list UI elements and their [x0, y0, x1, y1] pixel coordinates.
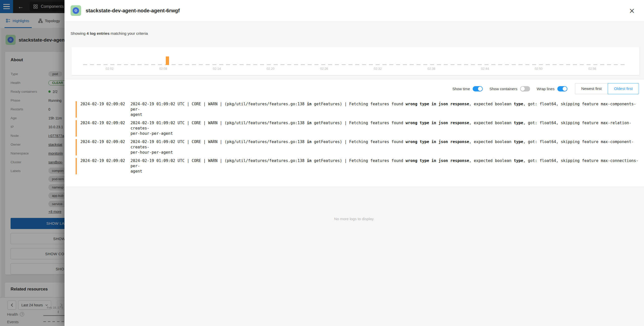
timeline-tick-label: 02:02 [106, 67, 113, 71]
timeline-baseline [83, 64, 627, 65]
timeline-tick-label: 02:20 [267, 67, 274, 71]
toggle-switch[interactable] [520, 86, 530, 91]
toggle-label: Show containers [489, 87, 517, 91]
log-count-summary: Showing 4 log entries matching your crit… [71, 21, 148, 46]
modal-title: stackstate-dev-agent-node-agent-6rwgf [86, 0, 180, 21]
timeline-tick-label: 02:44 [481, 67, 489, 71]
timeline-tick-label: 02:38 [427, 67, 435, 71]
close-icon[interactable]: × [627, 6, 637, 16]
toggle-label: Wrap lines [537, 87, 555, 91]
log-line: 2024-02-19 01:09:02 UTC | CORE | WARN | … [131, 139, 639, 150]
toggle-show-containers[interactable]: Show containers [489, 86, 530, 91]
logs-panel: Show timeShow containersWrap lines Newes… [65, 80, 644, 186]
screen: ← Components Highlights Topology [0, 0, 644, 326]
summary-suffix: matching your criteria [111, 31, 148, 36]
timeline-tick-label: 02:56 [588, 67, 596, 71]
pod-icon [71, 5, 81, 16]
modal-header: stackstate-dev-agent-node-agent-6rwgf × [65, 0, 644, 21]
toggle-label: Show time [452, 87, 470, 91]
log-message: 2024-02-19 01:09:02 UTC | CORE | WARN | … [131, 120, 639, 136]
log-display-controls: Show timeShow containersWrap lines Newes… [452, 83, 639, 94]
log-entries-list: 2024-02-19 02:09:022024-02-19 01:09:02 U… [76, 101, 639, 177]
timeline-tick-label: 02:14 [213, 67, 221, 71]
toggle-knob [478, 87, 482, 91]
log-entry: 2024-02-19 02:09:022024-02-19 01:09:02 U… [76, 139, 639, 155]
timeline-tick-label: 02:32 [374, 67, 382, 71]
log-line-wrapped: per-hour-per-agent [131, 131, 639, 136]
timeline-tick-label: 02:50 [535, 67, 542, 71]
log-message: 2024-02-19 01:09:02 UTC | CORE | WARN | … [131, 139, 639, 155]
sort-order-buttons: Newest first Oldest first [575, 83, 639, 94]
summary-count: 4 log entries [86, 31, 109, 36]
log-timestamp: 2024-02-19 02:09:02 [80, 139, 125, 155]
log-viewer-modal: stackstate-dev-agent-node-agent-6rwgf × … [65, 0, 644, 326]
toggle-switch[interactable] [557, 86, 567, 91]
log-entry: 2024-02-19 02:09:022024-02-19 01:09:02 U… [76, 101, 639, 118]
log-line: 2024-02-19 01:09:02 UTC | CORE | WARN | … [131, 120, 639, 131]
toggle-wrap-lines[interactable]: Wrap lines [537, 86, 567, 91]
log-line-wrapped: agent [131, 112, 639, 117]
timeline-tick-label: 02:08 [159, 67, 167, 71]
log-entry: 2024-02-19 02:09:022024-02-19 01:09:02 U… [76, 158, 639, 174]
controls-band: Showing 4 log entries matching your crit… [65, 21, 644, 46]
summary-prefix: Showing [71, 31, 85, 36]
timeline-tick-label: 02:26 [320, 67, 328, 71]
log-line: 2024-02-19 01:09:02 UTC | CORE | WARN | … [131, 158, 639, 169]
log-timestamp: 2024-02-19 02:09:02 [80, 120, 125, 136]
log-message: 2024-02-19 01:09:02 UTC | CORE | WARN | … [131, 102, 639, 117]
log-line: 2024-02-19 01:09:02 UTC | CORE | WARN | … [131, 102, 639, 112]
toggle-knob [521, 87, 525, 91]
toggle-knob [563, 87, 567, 91]
log-line-wrapped: agent [131, 169, 639, 174]
log-timestamp: 2024-02-19 02:09:02 [80, 102, 125, 117]
oldest-first-button[interactable]: Oldest first [608, 83, 639, 94]
log-entry: 2024-02-19 02:09:022024-02-19 01:09:02 U… [76, 120, 639, 137]
toggle-show-time[interactable]: Show time [452, 86, 483, 91]
newest-first-button[interactable]: Newest first [575, 83, 608, 94]
toggle-switch[interactable] [473, 86, 483, 91]
log-timestamp: 2024-02-19 02:09:02 [80, 158, 125, 174]
log-line-wrapped: per-hour-per-agent [131, 150, 639, 155]
log-timeline-chart[interactable]: 02:0202:0802:1402:2002:2602:3202:3802:44… [71, 47, 639, 75]
timeline-log-bar [166, 56, 169, 65]
log-message: 2024-02-19 01:09:02 UTC | CORE | WARN | … [131, 158, 639, 174]
no-more-logs-note: No more logs to display. [65, 217, 644, 221]
